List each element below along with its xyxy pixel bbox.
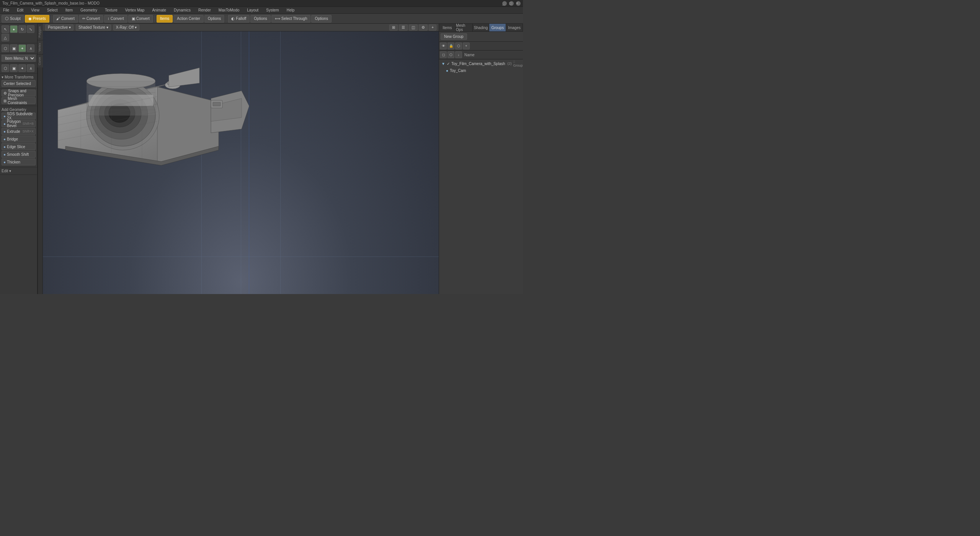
rt-sub-btn-1[interactable]: ◻	[440, 51, 447, 58]
scene-item-camera-group[interactable]: ▼ ✓ Toy_Film_Camera_with_Splash (2) :: G…	[440, 60, 522, 67]
vp-ctrl-3[interactable]: ◫	[409, 25, 418, 31]
menu-dynamics[interactable]: Dynamics	[172, 8, 192, 13]
sds-subdivide-btn[interactable]: ● SDS Subdivide 2X	[2, 113, 36, 119]
menu-texture[interactable]: Texture	[103, 8, 119, 13]
tool-tri[interactable]: △	[2, 34, 9, 41]
rt-btn-add[interactable]: +	[463, 42, 470, 49]
vp-ctrl-1[interactable]: ⊞	[389, 25, 398, 31]
tool-icons-row-2: ⬡ ▣ ✦ ∧	[0, 43, 37, 54]
convert-button-3[interactable]: ↕ Convert	[104, 15, 127, 23]
tool-b[interactable]: ▣	[10, 44, 18, 52]
edit-section: Edit ▾	[0, 167, 37, 175]
more-transforms-header[interactable]: ▾ More Transforms	[2, 74, 36, 80]
type-badge: (2)	[508, 62, 512, 65]
constraint-icon: ⊞	[3, 99, 7, 103]
rt-btn-render[interactable]: ⬡	[455, 42, 462, 49]
tool-scale[interactable]: ⤡	[27, 25, 34, 33]
menu-help[interactable]: Help	[285, 8, 296, 13]
tool-h[interactable]: ∧	[27, 64, 34, 72]
options-button-1[interactable]: Options	[204, 15, 224, 23]
viewport-canvas[interactable]: X Y Z No Items Polygons : Face Channels:…	[43, 31, 439, 294]
options-button-3[interactable]: Options	[311, 15, 331, 23]
vp-ctrl-2[interactable]: ☰	[399, 25, 408, 31]
menu-select[interactable]: Select	[46, 8, 59, 13]
snaps-precision-btn[interactable]: ⚙ Snaps and Precision	[2, 90, 36, 96]
edit-header[interactable]: Edit ▾	[2, 168, 36, 174]
item-menu-select[interactable]: Item Menu: New Item	[2, 55, 36, 62]
mesh-constraints-btn[interactable]: ⊞ Mesh Constraints	[2, 97, 36, 104]
tool-rotate[interactable]: ↻	[18, 25, 26, 33]
tab-shading[interactable]: Shading	[473, 24, 490, 31]
extrude-btn[interactable]: ● Extrude Shift+X	[2, 128, 36, 135]
action-center-button[interactable]: Action Center	[173, 15, 204, 23]
menu-vertex-map[interactable]: Vertex Map	[124, 8, 146, 13]
bevel-shortcut: Shift+B	[23, 122, 34, 126]
close-btn[interactable]: ×	[516, 1, 521, 6]
snaps-section: ⚙ Snaps and Precision ⊞ Mesh Constraints	[0, 89, 37, 106]
scene-tree: ▼ ✓ Toy_Film_Camera_with_Splash (2) :: G…	[439, 59, 523, 294]
items-button[interactable]: Items	[157, 15, 173, 23]
rt-sub-btn-2[interactable]: ⬡	[448, 51, 454, 58]
tool-e[interactable]: ⬡	[2, 64, 9, 72]
vp-ctrl-4[interactable]: ⚙	[419, 25, 428, 31]
tool-g[interactable]: ✦	[18, 64, 26, 72]
smooth-shift-btn[interactable]: ● Smooth Shift	[2, 151, 36, 158]
menu-bar: File Edit View Select Item Geometry Text…	[0, 7, 523, 14]
menu-layout[interactable]: Layout	[245, 8, 260, 13]
toolbar-separator-1	[51, 15, 51, 22]
rt-sub-btn-3[interactable]: ↓	[455, 51, 462, 58]
polygon-tab[interactable]: Polygon	[38, 24, 43, 40]
scene-item-mesh[interactable]: ● Toy_Cam	[440, 67, 522, 74]
rt-btn-eye[interactable]: 👁	[440, 42, 447, 49]
xray-btn[interactable]: X-Ray: Off ▾	[113, 25, 139, 31]
viewport-header: Perspective ▾ Shaded Texture ▾ X-Ray: Of…	[43, 24, 439, 31]
menu-edit[interactable]: Edit	[15, 8, 25, 13]
perspective-btn[interactable]: Perspective ▾	[45, 25, 74, 31]
menu-max-to-modo[interactable]: MaxToModo	[217, 8, 241, 13]
window-controls: _ □ ×	[502, 1, 521, 6]
options-button-2[interactable]: Options	[250, 15, 270, 23]
tool-a[interactable]: ⬡	[2, 44, 9, 52]
menu-system[interactable]: System	[265, 8, 280, 13]
falloff-button[interactable]: ◐ Falloff	[228, 15, 250, 23]
presets-icon: ◉	[28, 16, 32, 21]
curve-tab[interactable]: Curve	[38, 54, 43, 67]
vp-ctrl-5[interactable]: +	[429, 25, 436, 31]
tab-groups[interactable]: Groups	[489, 24, 506, 31]
symmetry-button[interactable]: ⟺ Select Through	[271, 15, 311, 23]
menu-animate[interactable]: Animate	[150, 8, 168, 13]
convert-button-1[interactable]: 🖌 Convert	[53, 15, 78, 23]
group-icon: ▼	[441, 62, 445, 66]
polygon-bevel-btn[interactable]: ● Polygon Bevel Shift+B	[2, 120, 36, 127]
tab-items[interactable]: Items	[439, 24, 456, 31]
edge-slice-btn[interactable]: ● Edge Slice	[2, 143, 36, 150]
new-group-button[interactable]: New Group	[441, 33, 467, 40]
presets-button[interactable]: ◉ Presets	[25, 15, 49, 23]
tab-images[interactable]: Images	[506, 24, 523, 31]
center-selected-btn[interactable]: Center Selected	[2, 80, 36, 87]
rt-btn-lock[interactable]: 🔒	[448, 42, 454, 49]
convert-button-2[interactable]: ✏ Convert	[79, 15, 103, 23]
menu-view[interactable]: View	[29, 8, 41, 13]
shaded-texture-btn[interactable]: Shaded Texture ▾	[76, 25, 111, 31]
menu-item[interactable]: Item	[64, 8, 74, 13]
menu-file[interactable]: File	[2, 8, 11, 13]
tool-move[interactable]: ●	[10, 25, 18, 33]
edit-chevron: ▾	[9, 169, 11, 173]
tool-f[interactable]: ▣	[10, 64, 18, 72]
vertex-tab[interactable]: Vertex	[38, 40, 43, 54]
mesh-label: Toy_Cam	[450, 69, 466, 73]
tool-d[interactable]: ∧	[27, 44, 34, 52]
sculpt-button[interactable]: ⬡ Sculpt	[2, 15, 24, 23]
maximize-btn[interactable]: □	[509, 1, 514, 6]
menu-render[interactable]: Render	[197, 8, 212, 13]
minimize-btn[interactable]: _	[502, 1, 507, 6]
tool-c[interactable]: ✦	[18, 44, 26, 52]
thicken-btn[interactable]: ● Thicken	[2, 159, 36, 165]
menu-geometry[interactable]: Geometry	[79, 8, 99, 13]
convert-button-4[interactable]: ▣ Convert	[128, 15, 153, 23]
sds-icon: ●	[3, 114, 6, 118]
bridge-btn[interactable]: ● Bridge	[2, 136, 36, 142]
tab-mesh-ops[interactable]: Mesh Ops	[456, 24, 473, 31]
tool-select[interactable]: ↖	[2, 25, 9, 33]
